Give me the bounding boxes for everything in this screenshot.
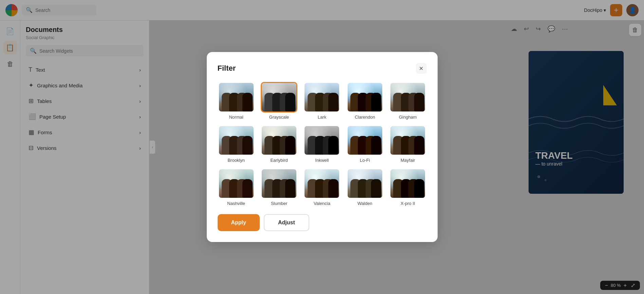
filter-item-inkwell[interactable]: Inkwell	[303, 125, 341, 163]
filter-thumb-clarendon	[347, 82, 383, 113]
filter-item-grayscale[interactable]: Grayscale	[260, 82, 298, 120]
filter-label-nashville: Nashville	[227, 201, 245, 206]
modal-close-button[interactable]: ✕	[416, 63, 427, 74]
filter-thumb-lark	[303, 82, 340, 113]
modal-header: Filter ✕	[218, 63, 427, 74]
filter-label-lofi: Lo-Fi	[360, 158, 370, 163]
filter-label-inkwell: Inkwell	[315, 158, 329, 163]
filter-label-xpro2: X-pro II	[401, 201, 415, 206]
filter-label-clarendon: Clarendon	[355, 115, 375, 120]
filter-thumb-valencia	[303, 168, 340, 199]
filter-item-nashville[interactable]: Nashville	[218, 168, 255, 206]
filter-thumb-grayscale	[261, 82, 297, 113]
filter-item-walden[interactable]: Walden	[346, 168, 384, 206]
filter-label-walden: Walden	[357, 201, 372, 206]
modal-footer: Apply Adjust	[218, 214, 427, 231]
filter-label-mayfair: Mayfair	[401, 158, 415, 163]
filter-label-lark: Lark	[318, 115, 326, 120]
filter-item-brooklyn[interactable]: Brooklyn	[218, 125, 255, 163]
filter-thumb-xpro2	[389, 168, 426, 199]
filter-thumb-brooklyn	[218, 125, 255, 156]
filter-thumb-lofi	[347, 125, 383, 156]
filter-label-normal: Normal	[229, 115, 243, 120]
filter-thumb-earlybird	[261, 125, 297, 156]
filter-item-normal[interactable]: Normal	[218, 82, 255, 120]
filter-label-grayscale: Grayscale	[269, 115, 289, 120]
filter-item-earlybird[interactable]: Earlybird	[260, 125, 298, 163]
filter-item-lark[interactable]: Lark	[303, 82, 341, 120]
modal-title: Filter	[218, 64, 236, 73]
filter-thumb-walden	[347, 168, 383, 199]
filter-item-gingham[interactable]: Gingham	[389, 82, 426, 120]
filter-item-clarendon[interactable]: Clarendon	[346, 82, 384, 120]
filter-thumb-gingham	[389, 82, 426, 113]
filter-label-brooklyn: Brooklyn	[227, 158, 245, 163]
filter-label-gingham: Gingham	[399, 115, 417, 120]
filter-item-slumber[interactable]: Slumber	[260, 168, 298, 206]
filter-item-xpro2[interactable]: X-pro II	[389, 168, 426, 206]
filter-item-lofi[interactable]: Lo-Fi	[346, 125, 384, 163]
filter-label-earlybird: Earlybird	[270, 158, 288, 163]
filter-item-mayfair[interactable]: Mayfair	[389, 125, 426, 163]
modal-overlay: Filter ✕ NormalGrayscaleLarkClarendonGin…	[0, 0, 644, 294]
filter-thumb-slumber	[261, 168, 297, 199]
filter-modal: Filter ✕ NormalGrayscaleLarkClarendonGin…	[207, 52, 438, 242]
filter-thumb-normal	[218, 82, 255, 113]
filter-thumb-mayfair	[389, 125, 426, 156]
filter-grid: NormalGrayscaleLarkClarendonGinghamBrook…	[218, 82, 427, 206]
adjust-button[interactable]: Adjust	[264, 214, 309, 231]
filter-label-slumber: Slumber	[271, 201, 287, 206]
filter-label-valencia: Valencia	[314, 201, 330, 206]
filter-thumb-nashville	[218, 168, 255, 199]
filter-item-valencia[interactable]: Valencia	[303, 168, 341, 206]
filter-thumb-inkwell	[303, 125, 340, 156]
apply-button[interactable]: Apply	[218, 214, 260, 231]
